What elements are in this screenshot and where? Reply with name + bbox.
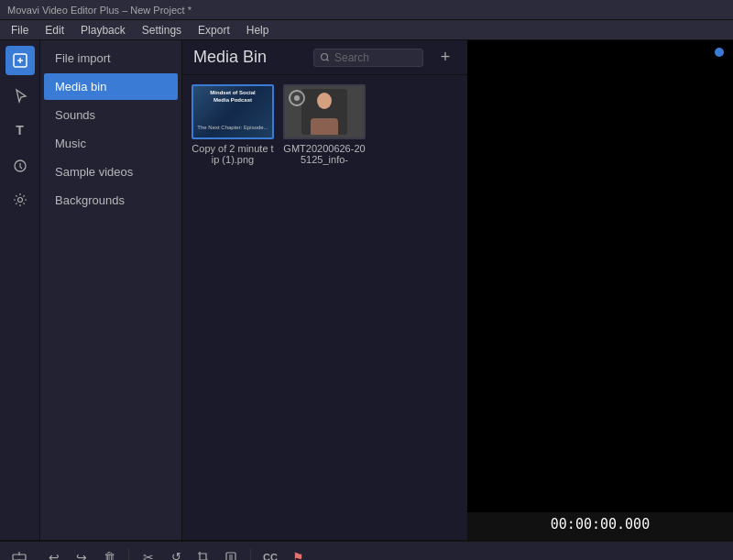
left-toolbar: T <box>0 40 40 540</box>
toolbar-separator-1 <box>128 548 129 561</box>
media-grid: Mindset of Social Media Podcast The Next… <box>182 75 467 540</box>
flag-button[interactable]: ⚑ <box>286 545 310 561</box>
media-bin-header: Media Bin + <box>182 40 467 75</box>
bottom-section: ↩ ↪ 🗑 ✂ ↺ CC ⚑ 00:00:00 00:03:00 <box>0 540 733 560</box>
title-bar: Movavi Video Editor Plus – New Project * <box>0 0 733 20</box>
timeline-toolbar: ↩ ↪ 🗑 ✂ ↺ CC ⚑ <box>0 542 733 560</box>
media-item-1[interactable]: Mindset of Social Media Podcast The Next… <box>191 84 274 165</box>
sidebar-item-file-import[interactable]: File import <box>44 45 178 71</box>
tool-text[interactable]: T <box>5 115 35 145</box>
preview-area: 00:00:00.000 <box>467 40 733 540</box>
menu-bar: File Edit Playback Settings Export Help <box>0 20 733 40</box>
menu-export[interactable]: Export <box>191 22 237 38</box>
add-media-button[interactable]: + <box>434 47 456 69</box>
cut-button[interactable]: ✂ <box>137 545 160 561</box>
timeline-left-controls <box>7 545 31 561</box>
media-item-2[interactable]: GMT20200626-205125_info- <box>283 84 366 165</box>
app-title: Movavi Video Editor Plus – New Project * <box>7 5 191 16</box>
search-box <box>313 49 423 67</box>
tool-settings[interactable] <box>5 185 35 214</box>
svg-point-2 <box>17 198 22 203</box>
search-icon <box>320 52 331 63</box>
content-area: Media Bin + <box>182 40 467 540</box>
main-area: T File import Media bin Sounds Music <box>0 40 733 540</box>
fit-button[interactable] <box>219 545 243 561</box>
sidebar-item-sounds[interactable]: Sounds <box>44 102 178 128</box>
delete-button[interactable]: 🗑 <box>97 545 121 561</box>
sidebar-item-music[interactable]: Music <box>44 130 178 157</box>
svg-point-3 <box>322 53 328 60</box>
subtitle-button[interactable]: CC <box>258 545 282 561</box>
media-item-2-label: GMT20200626-205125_info- <box>283 143 366 165</box>
sidebar-item-backgrounds[interactable]: Backgrounds <box>44 187 178 214</box>
menu-edit[interactable]: Edit <box>38 22 71 38</box>
media-bin-title: Media Bin <box>193 48 306 67</box>
media-item-1-label: Copy of 2 minute tip (1).png <box>191 143 274 165</box>
redo-button[interactable]: ↪ <box>70 545 93 561</box>
media-thumb-2 <box>283 84 366 139</box>
thumb2-bg <box>285 86 364 137</box>
content-preview: Media Bin + <box>182 40 733 540</box>
tool-timer[interactable] <box>5 150 35 180</box>
preview-playhead-dot <box>715 48 724 57</box>
menu-playback[interactable]: Playback <box>73 22 133 38</box>
toolbar-separator-2 <box>250 548 251 561</box>
track-add-button[interactable] <box>7 545 31 561</box>
search-input[interactable] <box>334 51 417 64</box>
media-thumb-1: Mindset of Social Media Podcast The Next… <box>191 84 274 139</box>
tool-import[interactable] <box>5 46 35 75</box>
menu-settings[interactable]: Settings <box>135 22 189 38</box>
tool-cursor[interactable] <box>5 81 35 110</box>
undo-button[interactable]: ↩ <box>42 545 66 561</box>
sidebar-item-sample-videos[interactable]: Sample videos <box>44 159 178 185</box>
thumb1-bg: Mindset of Social Media Podcast The Next… <box>193 86 272 137</box>
menu-help[interactable]: Help <box>239 22 277 38</box>
crop-button[interactable] <box>191 545 215 561</box>
sidebar-item-media-bin[interactable]: Media bin <box>44 73 178 100</box>
sidebar: File import Media bin Sounds Music Sampl… <box>40 40 182 540</box>
preview-timecode: 00:00:00.000 <box>551 516 650 533</box>
preview-screen <box>467 40 733 512</box>
menu-file[interactable]: File <box>4 22 36 38</box>
rotate-button[interactable]: ↺ <box>164 545 188 561</box>
